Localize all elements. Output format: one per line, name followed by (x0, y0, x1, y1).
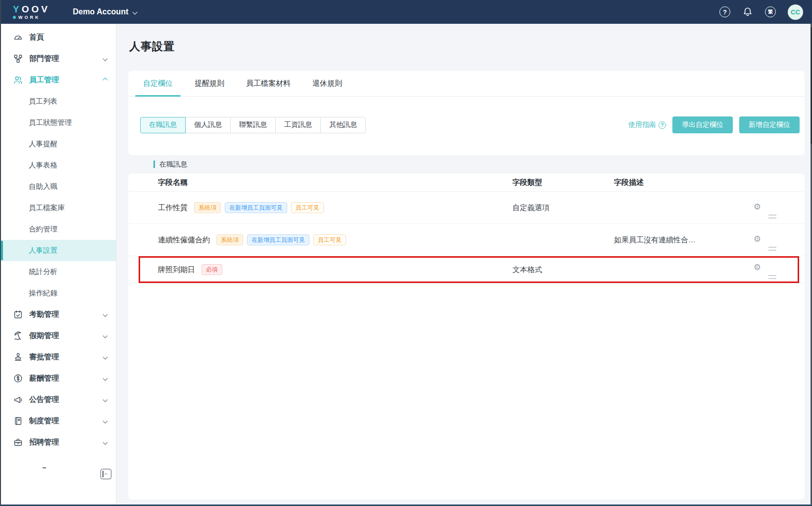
sidebar-item-announcements[interactable]: 公告管理 (1, 389, 116, 410)
field-type: 自定義選項 (512, 203, 614, 213)
tab-custom-fields[interactable]: 自定欄位 (132, 71, 184, 96)
chevron-down-icon (103, 440, 108, 445)
org-chart-icon (13, 54, 23, 63)
sidebar-dash (43, 467, 46, 468)
question-circle-icon: ? (659, 121, 666, 129)
tab-employee-file-materials[interactable]: 員工檔案材料 (235, 71, 302, 96)
table-header-row: 字段名稱 字段類型 字段描述 (128, 173, 805, 192)
people-icon (13, 75, 23, 85)
tag-system-item: 系統項 (216, 234, 243, 245)
sidebar-subitem-statistics[interactable]: 統計分析 (1, 261, 116, 282)
gear-icon[interactable]: ⚙ (754, 263, 761, 272)
sidebar-item-policies[interactable]: 制度管理 (1, 410, 116, 432)
tag-employee-visible: 員工可見 (291, 202, 324, 213)
drag-handle[interactable] (768, 247, 776, 251)
gear-icon[interactable]: ⚙ (754, 203, 761, 211)
sidebar-item-leave[interactable]: 假期管理 (1, 325, 116, 346)
subtab-other-info[interactable]: 其他訊息 (320, 117, 366, 133)
subtab-employment-info[interactable]: 在職訊息 (140, 117, 186, 133)
add-custom-field-button[interactable]: 新增自定欄位 (739, 116, 800, 133)
chevron-down-icon (103, 355, 108, 360)
section-title: 在職訊息 (159, 160, 187, 169)
subtab-salary-info[interactable]: 工資訊息 (275, 117, 321, 133)
main-content: 人事設置 自定欄位 提醒規則 員工檔案材料 退休規則 在職訊息 個人訊息 聯繫訊… (117, 24, 812, 506)
sidebar-nav: 首頁 部門管理 員工管理 員工列表 員工狀態管理 人事提醒 人事表格 (1, 24, 116, 506)
chevron-down-icon (103, 397, 108, 402)
field-name: 工作性質 (158, 203, 188, 213)
field-type: 文本格式 (512, 265, 614, 275)
field-name: 連續性僱傭合約 (158, 235, 210, 245)
app-window: YOOV WORK Demo Account ? 繁 CC (0, 0, 812, 506)
calendar-check-icon (13, 310, 23, 319)
column-header-field-description: 字段描述 (614, 178, 744, 187)
sidebar-item-payroll[interactable]: 薪酬管理 (1, 368, 116, 389)
section-header: 在職訊息 (128, 155, 187, 173)
top-navbar: YOOV WORK Demo Account ? 繁 CC (1, 0, 812, 24)
user-avatar[interactable]: CC (788, 4, 803, 20)
yoov-work-logo[interactable]: YOOV WORK (13, 4, 50, 20)
tag-visible-on-add-employee-page: 在新增員工頁面可見 (225, 202, 287, 213)
chevron-down-icon (103, 312, 108, 317)
drag-handle[interactable] (768, 215, 776, 219)
notifications-bell-icon[interactable] (742, 6, 753, 17)
collapse-arrow-icon: ← (103, 470, 109, 476)
account-name: Demo Account (73, 7, 128, 16)
beach-umbrella-icon (13, 331, 23, 340)
tab-reminder-rules[interactable]: 提醒規則 (184, 71, 235, 96)
page-title: 人事設置 (129, 39, 175, 54)
sidebar-subitem-employee-files[interactable]: 員工檔案庫 (1, 197, 116, 219)
table-row: 工作性質 系統項 在新增員工頁面可見 員工可見 自定義選項 ⚙ (128, 192, 805, 224)
tag-employee-visible: 員工可見 (313, 234, 346, 245)
section-accent-bar (153, 161, 155, 168)
sidebar-item-attendance[interactable]: 考勤管理 (1, 304, 116, 325)
table-row-highlighted: 牌照到期日 必填 文本格式 ⚙ (128, 256, 805, 283)
chevron-down-icon (103, 334, 108, 338)
briefcase-icon (13, 438, 23, 447)
tab-bar: 自定欄位 提醒規則 員工檔案材料 退休規則 (128, 71, 805, 97)
sidebar-subitem-hr-reminders[interactable]: 人事提醒 (1, 133, 116, 155)
sidebar-item-employees[interactable]: 員工管理 (1, 69, 116, 91)
megaphone-icon (13, 395, 23, 404)
subtab-contact-info[interactable]: 聯繫訊息 (230, 117, 276, 133)
help-icon[interactable]: ? (719, 6, 730, 17)
tab-retirement-rules[interactable]: 退休規則 (302, 71, 353, 96)
field-description: 如果員工沒有連續性合… (614, 235, 744, 245)
sidebar-item-departments[interactable]: 部門管理 (1, 48, 116, 69)
tag-required: 必填 (202, 264, 222, 275)
user-guide-link[interactable]: 使用指南 ? (628, 120, 666, 129)
chevron-down-icon (103, 56, 108, 61)
settings-card: 自定欄位 提醒規則 員工檔案材料 退休規則 在職訊息 個人訊息 聯繫訊息 工資訊… (128, 71, 805, 155)
logo-text-yoov: YOOV (13, 4, 50, 14)
sidebar-subitem-hr-settings[interactable]: 人事設置 (1, 240, 116, 261)
sidebar-item-recruitment[interactable]: 招聘管理 (1, 432, 116, 453)
language-icon[interactable]: 繁 (765, 6, 776, 17)
sidebar-collapse-button[interactable]: ← (101, 469, 111, 479)
subtab-personal-info[interactable]: 個人訊息 (185, 117, 231, 133)
sidebar-subitem-operation-log[interactable]: 操作紀錄 (1, 282, 116, 304)
gear-icon[interactable]: ⚙ (754, 235, 761, 243)
table-row: 連續性僱傭合約 系統項 在新增員工頁面可見 員工可見 如果員工沒有連續性合… ⚙ (128, 224, 805, 256)
chevron-down-icon (103, 419, 108, 424)
sidebar-item-approvals[interactable]: 審批管理 (1, 346, 116, 368)
info-category-group: 在職訊息 個人訊息 聯繫訊息 工資訊息 其他訊息 (140, 117, 366, 133)
chevron-down-icon (133, 9, 138, 14)
dollar-circle-icon (13, 374, 23, 383)
drag-handle[interactable] (768, 275, 776, 279)
column-header-field-type: 字段類型 (512, 178, 614, 187)
fields-table-card: 字段名稱 字段類型 字段描述 工作性質 系統項 在新增員工頁面可見 員工可見 自… (128, 173, 805, 500)
sidebar-subitem-employee-list[interactable]: 員工列表 (1, 91, 116, 112)
tag-system-item: 系統項 (194, 202, 221, 213)
sidebar-subitem-hr-forms[interactable]: 人事表格 (1, 155, 116, 176)
sidebar-subitem-contract-management[interactable]: 合約管理 (1, 219, 116, 240)
logo-text-work: WORK (18, 15, 41, 20)
sidebar-subitem-self-onboarding[interactable]: 自助入職 (1, 176, 116, 197)
sidebar-item-home[interactable]: 首頁 (1, 27, 116, 48)
chevron-down-icon (103, 376, 108, 381)
sidebar-subitem-employee-status[interactable]: 員工狀態管理 (1, 112, 116, 133)
tag-visible-on-add-employee-page: 在新增員工頁面可見 (247, 234, 309, 245)
account-dropdown[interactable]: Demo Account (73, 7, 137, 16)
logo-dot-icon (13, 16, 16, 19)
column-header-field-name: 字段名稱 (158, 178, 512, 187)
export-custom-fields-button[interactable]: 導出自定欄位 (672, 116, 733, 133)
field-name: 牌照到期日 (158, 265, 195, 275)
